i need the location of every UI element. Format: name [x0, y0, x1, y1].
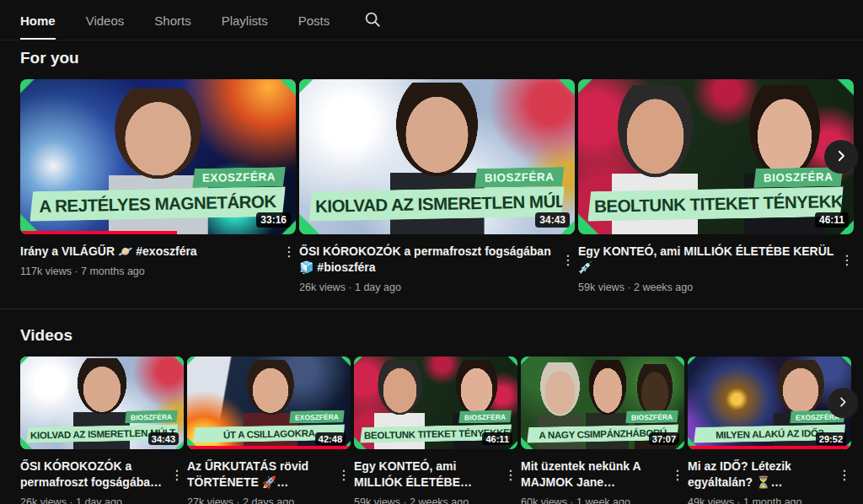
- more-vertical-icon: ⋮: [561, 253, 575, 267]
- video-meta: 26k views · 1 day ago: [20, 496, 184, 504]
- more-vertical-icon: ⋮: [282, 244, 296, 259]
- thumb-title-banner: BEOLTUNK TITEKET TÉNYEKKEL: [587, 186, 844, 222]
- video-title[interactable]: ŐSI KÓROKOZÓK a permafroszt fogságában 🧊…: [299, 244, 556, 276]
- duration-badge: 34:43: [535, 212, 570, 228]
- section-title-for-you: For you: [20, 49, 863, 67]
- watch-progress-bar: [688, 446, 851, 449]
- search-button[interactable]: [363, 0, 382, 40]
- video-title[interactable]: Egy KONTEÓ, ami MILLIÓK ÉLETÉBE KERÜL 💉: [578, 244, 835, 276]
- thumb-title-banner: KIOLVAD AZ ISMERETLEN MÚLT: [308, 186, 566, 222]
- duration-badge: 46:11: [815, 212, 849, 228]
- duration-badge: 46:11: [482, 432, 512, 445]
- video-card: BIOSZFÉRA KIOLVAD AZ ISMERETLEN MÚLT 34:…: [299, 79, 575, 293]
- video-card: BIOSZFÉRA A NAGY CSIMPÁNZHÁBORÚ 37:07 Mi…: [521, 357, 684, 504]
- more-options-button[interactable]: ⋮: [835, 244, 854, 276]
- video-title[interactable]: ŐSI KÓROKOZÓK a permafroszt fogságában .…: [20, 458, 165, 491]
- watch-progress-bar: [20, 231, 296, 234]
- video-title[interactable]: Mi az IDŐ? Létezik egyáltalán? ⏳ #exoszf…: [688, 458, 833, 491]
- more-vertical-icon: ⋮: [337, 468, 351, 482]
- carousel-next-button[interactable]: [828, 388, 858, 418]
- more-options-button[interactable]: ⋮: [666, 458, 684, 491]
- more-vertical-icon: ⋮: [838, 468, 851, 482]
- videos-section: Videos BIOSZFÉRA KIOLVAD AZ ISMERETLEN M…: [0, 308, 863, 504]
- duration-badge: 33:16: [256, 212, 291, 228]
- series-badge: BIOSZFÉRA: [125, 410, 178, 423]
- videos-row: BIOSZFÉRA KIOLVAD AZ ISMERETLEN MÚLT 34:…: [0, 357, 863, 504]
- video-thumbnail[interactable]: BIOSZFÉRA BEOLTUNK TITEKET TÉNYEKKEL 46:…: [354, 357, 517, 449]
- chevron-right-icon: [836, 395, 850, 411]
- video-meta: 60k views · 1 week ago: [521, 496, 684, 504]
- duration-badge: 34:43: [148, 432, 179, 445]
- tab-videos[interactable]: Videos: [86, 3, 125, 40]
- section-title-videos: Videos: [20, 326, 863, 345]
- more-vertical-icon: ⋮: [840, 253, 854, 267]
- video-thumbnail[interactable]: BIOSZFÉRA A NAGY CSIMPÁNZHÁBORÚ 37:07: [521, 357, 684, 449]
- video-thumbnail[interactable]: BIOSZFÉRA KIOLVAD AZ ISMERETLEN MÚLT 34:…: [20, 357, 184, 449]
- video-thumbnail[interactable]: EXOSZFÉRA A REJTÉLYES MAGNETÁROK 33:16: [20, 79, 296, 234]
- video-title[interactable]: Az ŰRKUTATÁS rövid TÖRTÉNETE 🚀 #exoszfér…: [187, 458, 332, 491]
- watch-progress-bar: [187, 446, 351, 449]
- video-card: EXOSZFÉRA ÚT A CSILLAGOKRA 42:48 Az ŰRKU…: [187, 357, 351, 504]
- video-meta: 26k views · 1 day ago: [299, 281, 575, 293]
- more-vertical-icon: ⋮: [170, 468, 184, 482]
- watch-progress-bar: [20, 446, 184, 449]
- video-thumbnail[interactable]: EXOSZFÉRA MILYEN ALAKÚ AZ IDŐ? 29:52: [688, 357, 851, 449]
- for-you-row: EXOSZFÉRA A REJTÉLYES MAGNETÁROK 33:16 I…: [0, 79, 863, 293]
- more-options-button[interactable]: ⋮: [499, 458, 517, 491]
- video-meta: 59k views · 2 weeks ago: [578, 281, 854, 293]
- watch-progress-bar: [578, 231, 854, 234]
- for-you-section: For you EXOSZFÉRA A REJTÉLYES MAGNETÁROK…: [0, 49, 863, 293]
- more-options-button[interactable]: ⋮: [556, 244, 575, 276]
- search-icon: [363, 19, 382, 31]
- tab-posts[interactable]: Posts: [298, 3, 330, 40]
- tab-playlists[interactable]: Playlists: [222, 3, 268, 40]
- more-options-button[interactable]: ⋮: [277, 244, 296, 260]
- video-thumbnail[interactable]: BIOSZFÉRA BEOLTUNK TITEKET TÉNYEKKEL 46:…: [578, 79, 854, 234]
- video-meta: 49k views · 1 month ago: [688, 496, 851, 504]
- video-card: EXOSZFÉRA A REJTÉLYES MAGNETÁROK 33:16 I…: [20, 79, 296, 293]
- video-meta: 117k views · 7 months ago: [20, 265, 296, 277]
- series-badge: BIOSZFÉRA: [474, 167, 565, 188]
- video-title[interactable]: Egy KONTEÓ, ami MILLIÓK ÉLETÉBE KERÜL 💉: [354, 458, 499, 491]
- more-options-button[interactable]: ⋮: [165, 458, 184, 491]
- video-thumbnail[interactable]: BIOSZFÉRA KIOLVAD AZ ISMERETLEN MÚLT 34:…: [299, 79, 575, 234]
- video-card: EXOSZFÉRA MILYEN ALAKÚ AZ IDŐ? 29:52 Mi …: [688, 357, 851, 504]
- watch-progress-bar: [521, 446, 684, 449]
- tab-shorts[interactable]: Shorts: [154, 3, 190, 40]
- video-thumbnail[interactable]: EXOSZFÉRA ÚT A CSILLAGOKRA 42:48: [187, 357, 351, 449]
- video-card: BIOSZFÉRA BEOLTUNK TITEKET TÉNYEKKEL 46:…: [578, 79, 854, 293]
- duration-badge: 29:52: [816, 432, 846, 445]
- video-card: BIOSZFÉRA BEOLTUNK TITEKET TÉNYEKKEL 46:…: [354, 357, 517, 504]
- series-badge: BIOSZFÉRA: [458, 410, 512, 423]
- series-badge: BIOSZFÉRA: [625, 410, 678, 423]
- video-meta: 27k views · 2 days ago: [187, 496, 351, 504]
- video-title[interactable]: Irány a VILÁGŰR 🪐 #exoszféra: [20, 244, 277, 260]
- video-meta: 59k views · 2 weeks ago: [354, 496, 517, 504]
- channel-tab-bar: Home Videos Shorts Playlists Posts: [0, 0, 863, 40]
- more-options-button[interactable]: ⋮: [833, 458, 851, 491]
- more-vertical-icon: ⋮: [671, 468, 684, 482]
- tab-home[interactable]: Home: [20, 3, 56, 40]
- video-card: BIOSZFÉRA KIOLVAD AZ ISMERETLEN MÚLT 34:…: [20, 357, 184, 504]
- thumb-title-banner: A REJTÉLYES MAGNETÁROK: [29, 186, 287, 222]
- series-badge: EXOSZFÉRA: [289, 410, 345, 423]
- duration-badge: 37:07: [649, 432, 679, 445]
- carousel-next-button[interactable]: [824, 140, 858, 174]
- video-title[interactable]: Mit üzentek nekünk A MAJMOK Jane Goodall…: [521, 458, 666, 491]
- duration-badge: 42:48: [315, 432, 346, 445]
- series-badge: EXOSZFÉRA: [192, 167, 286, 188]
- watch-progress-bar: [299, 231, 575, 234]
- watch-progress-bar: [354, 446, 517, 449]
- more-vertical-icon: ⋮: [504, 468, 517, 482]
- chevron-right-icon: [834, 148, 849, 166]
- more-options-button[interactable]: ⋮: [332, 458, 351, 491]
